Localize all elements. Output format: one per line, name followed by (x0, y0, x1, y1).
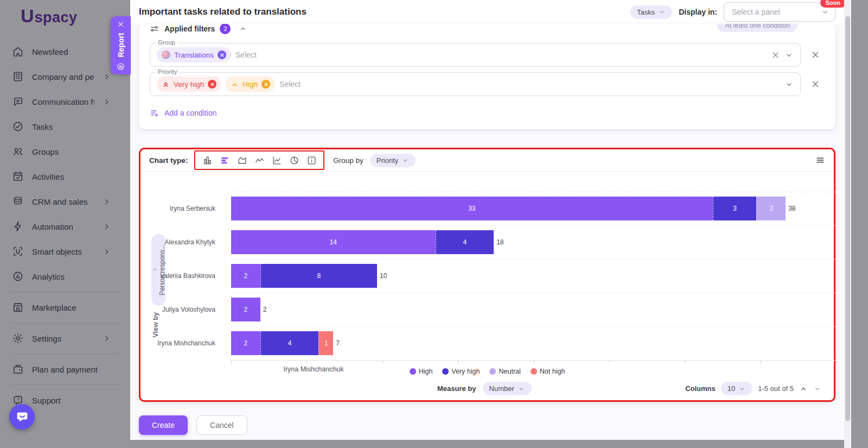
segment-value-label: 8 (317, 272, 321, 280)
legend-label: Neutral (499, 368, 520, 375)
close-icon[interactable] (117, 20, 125, 28)
measure-by-row: Measure by Number (437, 382, 532, 395)
page-title: Important tasks related to translations (139, 7, 307, 17)
report-tab[interactable]: Report (111, 16, 131, 74)
legend-item-not-high[interactable]: Not high (531, 368, 565, 375)
legend-item-high[interactable]: High (410, 368, 433, 375)
priority-high-icon (231, 80, 239, 89)
page-scrollbar[interactable] (844, 0, 851, 448)
chevron-down-icon[interactable] (784, 80, 794, 89)
bar-alexandra-khytyk[interactable]: 14418 (231, 230, 504, 254)
field-actions (784, 80, 794, 89)
bar-valeriia-bashkirova[interactable]: 2810 (231, 264, 387, 288)
bar-segment-high[interactable]: 14 (231, 230, 436, 254)
gridline (231, 326, 836, 327)
page-down-icon[interactable] (813, 384, 822, 393)
gridline (231, 225, 836, 226)
legend-label: High (419, 368, 433, 375)
pie-chart-type-button[interactable] (286, 153, 302, 167)
measure-by-select[interactable]: Number (483, 382, 532, 395)
very-high-chip[interactable]: Very high (157, 77, 221, 92)
bar-segment-very-high[interactable]: 4 (436, 230, 494, 254)
area-chart-type-button[interactable] (234, 153, 250, 167)
pagination-text: 1-5 out of 5 (758, 384, 794, 393)
chart-card: Chart type: Group by Priority › Person r… (139, 148, 835, 402)
bar-segment-high[interactable]: 2 (231, 298, 260, 321)
remove-chip-icon[interactable] (218, 51, 226, 59)
line-chart-icon (254, 155, 265, 166)
legend-dot (489, 368, 496, 375)
chevron-down-icon (401, 156, 409, 164)
bar-segment-high[interactable]: 2 (231, 264, 260, 288)
bar-segment-very-high[interactable]: 4 (260, 331, 319, 355)
cancel-button[interactable]: Cancel (196, 415, 247, 435)
collapse-filters-icon[interactable] (239, 24, 247, 33)
bar-total-label: 7 (336, 339, 340, 347)
create-button[interactable]: Create (139, 415, 188, 435)
high-chip[interactable]: High (226, 77, 275, 92)
number-chart-type-button[interactable] (304, 153, 319, 167)
entity-selector[interactable]: Tasks (630, 5, 672, 19)
segment-value-label: 3 (733, 205, 737, 212)
segment-value-label: 4 (288, 339, 292, 347)
axis-tick (685, 361, 685, 363)
bar-juliya-voloshylova[interactable]: 22 (231, 298, 266, 321)
menu-icon[interactable] (815, 155, 825, 165)
legend-label: Not high (540, 368, 565, 375)
line-chart-type-button[interactable] (252, 153, 267, 167)
group-avatar (162, 51, 170, 59)
segment-value-label: 2 (244, 339, 248, 347)
area-chart-icon (237, 155, 247, 166)
bar-segment-neutral[interactable]: 2 (756, 197, 786, 220)
add-condition-link[interactable]: Add a condition (150, 108, 217, 118)
page-up-icon[interactable] (799, 384, 808, 393)
clear-field-icon[interactable] (771, 51, 780, 60)
chat-launcher[interactable] (9, 404, 35, 430)
applied-filters-card: Applied filters 2 At least one condition… (139, 24, 835, 129)
priority-filter-row: Priority Very high High Select (150, 72, 825, 96)
legend-item-neutral[interactable]: Neutral (489, 368, 520, 375)
remove-chip-icon[interactable] (261, 80, 270, 89)
line-axis-chart-type-button[interactable] (269, 153, 284, 167)
bar-segment-very-high[interactable]: 3 (713, 197, 757, 220)
remove-priority-filter-icon[interactable] (810, 79, 820, 89)
group-by-select[interactable]: Priority (370, 154, 416, 167)
legend-dot (410, 368, 416, 375)
chevron-down-icon (821, 8, 829, 16)
bar-segment-high[interactable]: 33 (231, 197, 713, 220)
bar-horizontal-chart-type-button[interactable] (217, 153, 232, 167)
bar-iryna-mishchanchuk[interactable]: 2417 (231, 331, 340, 355)
chevron-down-icon[interactable] (784, 51, 794, 60)
scrollbar-thumb[interactable] (845, 16, 850, 421)
translations-chip[interactable]: Translations (157, 47, 231, 62)
bar-iryna-serbeniuk[interactable]: 333238 (231, 197, 796, 220)
axis-tick (761, 361, 761, 363)
legend-item-very-high[interactable]: Very high (442, 368, 480, 375)
bar-segment-not-high[interactable]: 1 (318, 331, 333, 355)
segment-value-label: 2 (244, 272, 248, 280)
group-by-label: Group by (333, 156, 363, 165)
bar-segment-very-high[interactable]: 8 (260, 264, 377, 288)
remove-group-filter-icon[interactable] (810, 50, 820, 60)
segment-value-label: 1 (324, 339, 328, 347)
report-icon (117, 62, 125, 71)
panel-select[interactable]: Select a panel Soon (724, 2, 835, 22)
columns-label: Columns (685, 384, 716, 393)
bar-total-label: 10 (380, 272, 387, 280)
bar-total-label: 2 (263, 306, 267, 313)
bar-vertical-chart-type-button[interactable] (200, 153, 215, 167)
columns-select[interactable]: 10 (721, 382, 752, 395)
bar-segment-high[interactable]: 2 (231, 331, 260, 355)
priority-filter-field[interactable]: Priority Very high High Select (150, 72, 801, 96)
chevron-down-icon (518, 385, 525, 393)
remove-chip-icon[interactable] (208, 80, 216, 89)
group-filter-row: Group Translations Select (150, 43, 825, 67)
priority-field-placeholder: Select (279, 80, 301, 89)
panel-select-placeholder: Select a panel (732, 8, 821, 16)
condition-mode-pill[interactable]: At least one condition (717, 24, 797, 32)
chevron-down-icon (738, 385, 746, 393)
group-filter-field[interactable]: Group Translations Select (150, 43, 801, 67)
y-axis-label: Juliya Voloshylova (141, 293, 223, 326)
bar-vertical-chart-icon (202, 155, 213, 166)
measure-by-label: Measure by (437, 384, 476, 393)
